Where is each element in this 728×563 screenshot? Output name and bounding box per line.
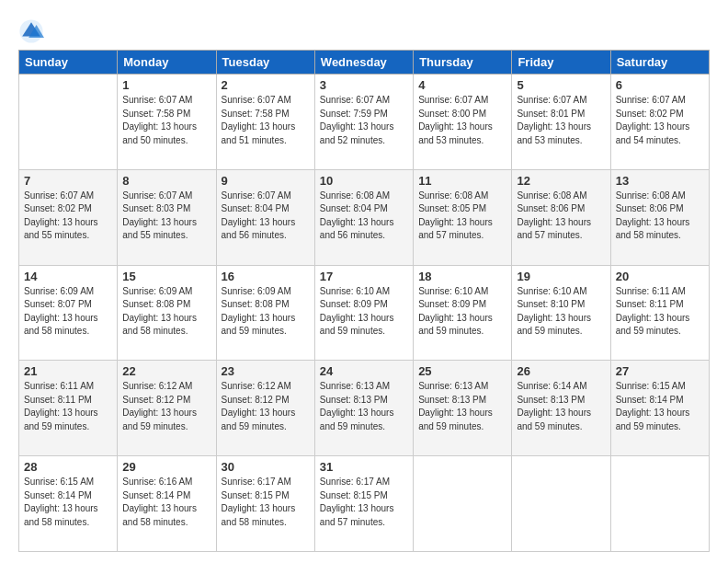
calendar-cell: 9Sunrise: 6:07 AM Sunset: 8:04 PM Daylig…: [216, 169, 314, 265]
calendar-week-row: 14Sunrise: 6:09 AM Sunset: 8:07 PM Dayli…: [19, 265, 710, 361]
calendar-cell: 14Sunrise: 6:09 AM Sunset: 8:07 PM Dayli…: [19, 265, 118, 361]
calendar-cell: 7Sunrise: 6:07 AM Sunset: 8:02 PM Daylig…: [19, 169, 118, 265]
day-number: 10: [320, 174, 408, 188]
calendar-cell: 10Sunrise: 6:08 AM Sunset: 8:04 PM Dayli…: [314, 169, 413, 265]
cell-info: Sunrise: 6:13 AM Sunset: 8:13 PM Dayligh…: [320, 380, 408, 433]
day-number: 30: [222, 460, 310, 474]
cell-info: Sunrise: 6:12 AM Sunset: 8:12 PM Dayligh…: [222, 380, 310, 433]
calendar-cell: 24Sunrise: 6:13 AM Sunset: 8:13 PM Dayli…: [314, 361, 413, 456]
calendar-week-row: 1Sunrise: 6:07 AM Sunset: 7:58 PM Daylig…: [19, 75, 710, 170]
cell-info: Sunrise: 6:13 AM Sunset: 8:13 PM Dayligh…: [418, 380, 506, 433]
day-number: 19: [517, 270, 605, 283]
day-number: 16: [222, 270, 310, 283]
calendar-cell: [414, 456, 512, 552]
calendar-day-header: Wednesday: [314, 51, 413, 75]
logo-icon: [18, 18, 44, 44]
day-number: 14: [24, 270, 112, 283]
day-number: 5: [517, 78, 605, 92]
calendar-cell: 2Sunrise: 6:07 AM Sunset: 7:58 PM Daylig…: [216, 75, 314, 170]
calendar-day-header: Sunday: [19, 51, 118, 75]
cell-info: Sunrise: 6:07 AM Sunset: 8:02 PM Dayligh…: [24, 190, 112, 243]
calendar-week-row: 21Sunrise: 6:11 AM Sunset: 8:11 PM Dayli…: [19, 361, 710, 456]
cell-info: Sunrise: 6:08 AM Sunset: 8:06 PM Dayligh…: [517, 190, 605, 243]
day-number: 7: [24, 174, 112, 188]
day-number: 17: [320, 270, 408, 283]
day-number: 29: [122, 460, 210, 474]
calendar-cell: 23Sunrise: 6:12 AM Sunset: 8:12 PM Dayli…: [216, 361, 314, 456]
calendar-cell: 30Sunrise: 6:17 AM Sunset: 8:15 PM Dayli…: [216, 456, 314, 552]
day-number: 23: [222, 364, 310, 378]
day-number: 26: [517, 364, 605, 378]
day-number: 27: [616, 364, 704, 378]
cell-info: Sunrise: 6:08 AM Sunset: 8:05 PM Dayligh…: [418, 190, 506, 243]
calendar-table: SundayMondayTuesdayWednesdayThursdayFrid…: [18, 50, 710, 552]
calendar-day-header: Friday: [512, 51, 610, 75]
cell-info: Sunrise: 6:07 AM Sunset: 8:00 PM Dayligh…: [418, 94, 506, 147]
cell-info: Sunrise: 6:10 AM Sunset: 8:09 PM Dayligh…: [320, 285, 408, 339]
calendar-cell: 11Sunrise: 6:08 AM Sunset: 8:05 PM Dayli…: [414, 169, 512, 265]
calendar-cell: 4Sunrise: 6:07 AM Sunset: 8:00 PM Daylig…: [414, 75, 512, 170]
day-number: 1: [122, 78, 210, 92]
cell-info: Sunrise: 6:09 AM Sunset: 8:07 PM Dayligh…: [24, 285, 112, 339]
cell-info: Sunrise: 6:07 AM Sunset: 8:01 PM Dayligh…: [517, 94, 605, 147]
cell-info: Sunrise: 6:12 AM Sunset: 8:12 PM Dayligh…: [122, 380, 210, 433]
day-number: 22: [122, 364, 210, 378]
calendar-week-row: 7Sunrise: 6:07 AM Sunset: 8:02 PM Daylig…: [19, 169, 710, 265]
day-number: 12: [517, 174, 605, 188]
cell-info: Sunrise: 6:07 AM Sunset: 8:04 PM Dayligh…: [222, 190, 310, 243]
calendar-cell: 6Sunrise: 6:07 AM Sunset: 8:02 PM Daylig…: [610, 75, 709, 170]
calendar-cell: 26Sunrise: 6:14 AM Sunset: 8:13 PM Dayli…: [512, 361, 610, 456]
calendar-cell: 25Sunrise: 6:13 AM Sunset: 8:13 PM Dayli…: [414, 361, 512, 456]
calendar-cell: 28Sunrise: 6:15 AM Sunset: 8:14 PM Dayli…: [19, 456, 118, 552]
calendar-cell: 21Sunrise: 6:11 AM Sunset: 8:11 PM Dayli…: [19, 361, 118, 456]
cell-info: Sunrise: 6:08 AM Sunset: 8:06 PM Dayligh…: [616, 190, 704, 243]
day-number: 15: [122, 270, 210, 283]
cell-info: Sunrise: 6:15 AM Sunset: 8:14 PM Dayligh…: [24, 476, 112, 529]
calendar-cell: 15Sunrise: 6:09 AM Sunset: 8:08 PM Dayli…: [118, 265, 216, 361]
day-number: 3: [320, 78, 408, 92]
cell-info: Sunrise: 6:14 AM Sunset: 8:13 PM Dayligh…: [517, 380, 605, 433]
cell-info: Sunrise: 6:07 AM Sunset: 8:02 PM Dayligh…: [616, 94, 704, 147]
calendar-cell: 12Sunrise: 6:08 AM Sunset: 8:06 PM Dayli…: [512, 169, 610, 265]
calendar-cell: 1Sunrise: 6:07 AM Sunset: 7:58 PM Daylig…: [118, 75, 216, 170]
day-number: 13: [616, 174, 704, 188]
calendar-cell: 3Sunrise: 6:07 AM Sunset: 7:59 PM Daylig…: [314, 75, 413, 170]
cell-info: Sunrise: 6:09 AM Sunset: 8:08 PM Dayligh…: [122, 285, 210, 339]
day-number: 11: [418, 174, 506, 188]
calendar-day-header: Tuesday: [216, 51, 314, 75]
calendar-cell: 16Sunrise: 6:09 AM Sunset: 8:08 PM Dayli…: [216, 265, 314, 361]
header: [18, 15, 710, 44]
calendar-day-header: Saturday: [610, 51, 709, 75]
calendar-cell: [19, 75, 118, 170]
calendar-cell: 31Sunrise: 6:17 AM Sunset: 8:15 PM Dayli…: [314, 456, 413, 552]
cell-info: Sunrise: 6:10 AM Sunset: 8:10 PM Dayligh…: [517, 285, 605, 339]
day-number: 28: [24, 460, 112, 474]
calendar-cell: 8Sunrise: 6:07 AM Sunset: 8:03 PM Daylig…: [118, 169, 216, 265]
cell-info: Sunrise: 6:17 AM Sunset: 8:15 PM Dayligh…: [320, 476, 408, 529]
day-number: 20: [616, 270, 704, 283]
calendar-cell: 17Sunrise: 6:10 AM Sunset: 8:09 PM Dayli…: [314, 265, 413, 361]
day-number: 2: [222, 78, 310, 92]
day-number: 6: [616, 78, 704, 92]
day-number: 8: [122, 174, 210, 188]
cell-info: Sunrise: 6:11 AM Sunset: 8:11 PM Dayligh…: [24, 380, 112, 433]
cell-info: Sunrise: 6:11 AM Sunset: 8:11 PM Dayligh…: [616, 285, 704, 339]
cell-info: Sunrise: 6:17 AM Sunset: 8:15 PM Dayligh…: [222, 476, 310, 529]
calendar-cell: 19Sunrise: 6:10 AM Sunset: 8:10 PM Dayli…: [512, 265, 610, 361]
day-number: 25: [418, 364, 506, 378]
calendar-cell: 27Sunrise: 6:15 AM Sunset: 8:14 PM Dayli…: [610, 361, 709, 456]
cell-info: Sunrise: 6:07 AM Sunset: 7:59 PM Dayligh…: [320, 94, 408, 147]
cell-info: Sunrise: 6:16 AM Sunset: 8:14 PM Dayligh…: [122, 476, 210, 529]
day-number: 4: [418, 78, 506, 92]
calendar-cell: 18Sunrise: 6:10 AM Sunset: 8:09 PM Dayli…: [414, 265, 512, 361]
page: SundayMondayTuesdayWednesdayThursdayFrid…: [0, 0, 728, 563]
calendar-week-row: 28Sunrise: 6:15 AM Sunset: 8:14 PM Dayli…: [19, 456, 710, 552]
calendar-cell: [610, 456, 709, 552]
calendar-cell: [512, 456, 610, 552]
day-number: 31: [320, 460, 408, 474]
cell-info: Sunrise: 6:07 AM Sunset: 8:03 PM Dayligh…: [122, 190, 210, 243]
calendar-cell: 13Sunrise: 6:08 AM Sunset: 8:06 PM Dayli…: [610, 169, 709, 265]
calendar-cell: 5Sunrise: 6:07 AM Sunset: 8:01 PM Daylig…: [512, 75, 610, 170]
cell-info: Sunrise: 6:09 AM Sunset: 8:08 PM Dayligh…: [222, 285, 310, 339]
calendar-header-row: SundayMondayTuesdayWednesdayThursdayFrid…: [19, 51, 710, 75]
